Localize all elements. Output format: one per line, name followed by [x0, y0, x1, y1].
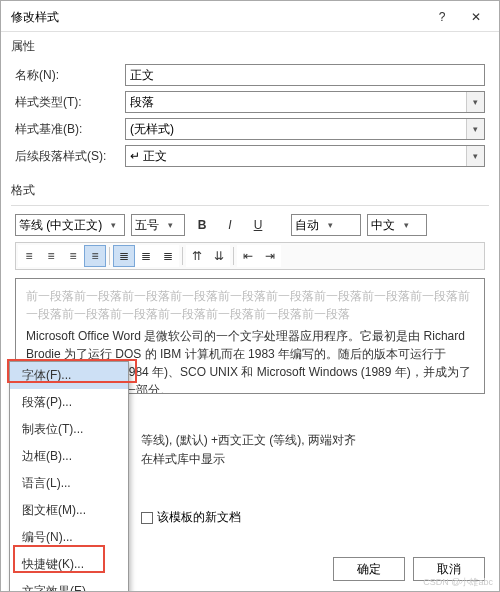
chevron-down-icon: ▾	[399, 215, 413, 235]
align-right-button[interactable]: ≡	[62, 245, 84, 267]
properties-form: 名称(N): 样式类型(T): 段落 ▾ 样式基准(B): (无样式) ▾ 后续…	[1, 57, 499, 176]
lang-value: 中文	[371, 217, 395, 234]
font-name-value: 等线 (中文正文)	[19, 217, 102, 234]
template-checkbox-row[interactable]: 该模板的新文档	[141, 509, 241, 526]
next-style-select[interactable]: ↵ 正文 ▾	[125, 145, 485, 167]
base-label: 样式基准(B):	[15, 121, 125, 138]
base-value: (无样式)	[130, 121, 174, 138]
menu-tabs[interactable]: 制表位(T)...	[10, 416, 128, 443]
chevron-down-icon: ▾	[106, 215, 120, 235]
chevron-down-icon: ▾	[466, 92, 484, 112]
menu-language[interactable]: 语言(L)...	[10, 470, 128, 497]
type-select[interactable]: 段落 ▾	[125, 91, 485, 113]
font-name-select[interactable]: 等线 (中文正文) ▾	[15, 214, 125, 236]
color-value: 自动	[295, 217, 319, 234]
menu-font[interactable]: 字体(F)...	[10, 362, 128, 389]
menu-paragraph[interactable]: 段落(P)...	[10, 389, 128, 416]
preview-grey-top: 前一段落前一段落前一段落前一段落前一段落前一段落前一段落前一段落前一段落前一段落…	[26, 287, 474, 323]
menu-shortcut[interactable]: 快捷键(K)...	[10, 551, 128, 578]
divider	[109, 247, 110, 265]
watermark: CSDN @小雄abc	[423, 576, 493, 589]
indent-dec-button[interactable]: ⇤	[237, 245, 259, 267]
ok-button[interactable]: 确定	[333, 557, 405, 581]
menu-texteffect[interactable]: 文字效果(E)...	[10, 578, 128, 592]
separator	[11, 205, 489, 206]
linespacing-1-5-button[interactable]: ≣	[135, 245, 157, 267]
section-format: 格式	[1, 176, 499, 201]
name-label: 名称(N):	[15, 67, 125, 84]
chevron-down-icon: ▾	[163, 215, 177, 235]
dialog-title: 修改样式	[11, 9, 59, 26]
divider	[182, 247, 183, 265]
space-before-dec-button[interactable]: ⇊	[208, 245, 230, 267]
align-justify-button[interactable]: ≡	[84, 245, 106, 267]
checkbox-icon[interactable]	[141, 512, 153, 524]
menu-border[interactable]: 边框(B)...	[10, 443, 128, 470]
indent-inc-button[interactable]: ⇥	[259, 245, 281, 267]
title-bar: 修改样式 ? ✕	[1, 1, 499, 32]
menu-frame[interactable]: 图文框(M)...	[10, 497, 128, 524]
type-label: 样式类型(T):	[15, 94, 125, 111]
space-before-inc-button[interactable]: ⇈	[186, 245, 208, 267]
lang-select[interactable]: 中文 ▾	[367, 214, 427, 236]
chevron-down-icon: ▾	[466, 146, 484, 166]
name-input[interactable]	[125, 64, 485, 86]
desc-line2: 在样式库中显示	[141, 452, 225, 466]
format-menu: 字体(F)... 段落(P)... 制表位(T)... 边框(B)... 语言(…	[9, 361, 129, 592]
menu-numbering[interactable]: 编号(N)...	[10, 524, 128, 551]
italic-button[interactable]: I	[219, 214, 241, 236]
section-properties: 属性	[1, 32, 499, 57]
next-label: 后续段落样式(S):	[15, 148, 125, 165]
font-size-select[interactable]: 五号 ▾	[131, 214, 185, 236]
style-description: 等线), (默认) +西文正文 (等线), 两端对齐 在样式库中显示	[141, 431, 479, 469]
base-select[interactable]: (无样式) ▾	[125, 118, 485, 140]
close-button[interactable]: ✕	[461, 7, 491, 27]
window-controls: ? ✕	[427, 7, 491, 27]
chevron-down-icon: ▾	[466, 119, 484, 139]
divider	[233, 247, 234, 265]
next-value: ↵ 正文	[130, 148, 167, 165]
desc-line1: 等线), (默认) +西文正文 (等线), 两端对齐	[141, 433, 356, 447]
linespacing-2-button[interactable]: ≣	[157, 245, 179, 267]
linespacing-1-button[interactable]: ≣	[113, 245, 135, 267]
align-left-button[interactable]: ≡	[18, 245, 40, 267]
chevron-down-icon: ▾	[323, 215, 337, 235]
format-toolbar: 等线 (中文正文) ▾ 五号 ▾ B I U 自动 ▾ 中文 ▾ ≡ ≡ ≡ ≡…	[1, 210, 499, 272]
bold-button[interactable]: B	[191, 214, 213, 236]
font-size-value: 五号	[135, 217, 159, 234]
underline-button[interactable]: U	[247, 214, 269, 236]
align-center-button[interactable]: ≡	[40, 245, 62, 267]
color-select[interactable]: 自动 ▾	[291, 214, 361, 236]
checkbox-label: 该模板的新文档	[157, 509, 241, 526]
help-button[interactable]: ?	[427, 7, 457, 27]
type-value: 段落	[130, 94, 154, 111]
